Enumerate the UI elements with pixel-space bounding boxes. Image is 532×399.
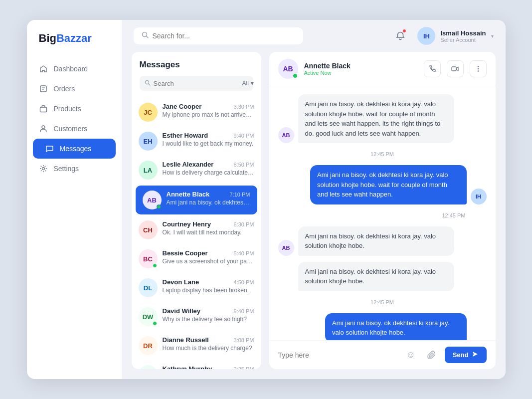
sender-name: Jane Cooper (163, 103, 202, 110)
conversation-item[interactable]: DR Dianne Russell 3:08 PM How much is th… (132, 331, 261, 360)
chat-input-area: ☺ Send (269, 340, 496, 369)
sidebar-item-products[interactable]: Products (27, 99, 122, 119)
body-area: Messages All ▾ (122, 52, 506, 379)
sidebar-label-settings: Settings (54, 165, 79, 173)
video-call-button[interactable] (447, 60, 464, 77)
messages-title: Messages (140, 60, 253, 70)
online-indicator (153, 263, 157, 268)
sender-name: Esther Howard (163, 132, 208, 139)
user-profile[interactable]: IH Ismail Hossain Seller Account ▾ (417, 27, 493, 45)
logo: BigBazzar (27, 32, 122, 59)
message-bubble-incoming: Ami jani na bisoy. ok dekhtesi ki kora j… (298, 226, 455, 256)
notification-button[interactable] (391, 27, 409, 45)
customers-icon (39, 124, 48, 133)
svg-line-9 (149, 84, 150, 85)
chat-message-row: AB Ami jani na bisoy. ok dekhtesi ki kor… (278, 226, 487, 256)
message-avatar: IH (471, 189, 487, 204)
svg-point-12 (477, 68, 478, 69)
conversation-item[interactable]: JC Jane Cooper 3:30 PM My iphone pro max… (132, 98, 261, 127)
conversation-item[interactable]: LA Leslie Alexander 8:50 PM How is deliv… (132, 156, 261, 185)
message-avatar: AB (278, 127, 294, 143)
conversation-item[interactable]: DL Devon Lane 4:50 PM Laptop display has… (132, 273, 261, 302)
messages-search-icon (145, 79, 151, 88)
avatar: CH (139, 220, 158, 239)
send-label: Send (453, 351, 469, 359)
sidebar-item-messages[interactable]: Messages (33, 139, 116, 159)
messages-search-bar[interactable]: All ▾ (140, 76, 253, 91)
message-timestamp: 12:45 PM (278, 151, 487, 157)
chat-contact-status: Active Now (304, 70, 351, 76)
sidebar-nav: Dashboard Orders (27, 59, 122, 367)
settings-icon (39, 164, 48, 173)
message-avatar: AB (278, 240, 294, 256)
search-icon (142, 31, 149, 40)
message-timestamp: 12:45 PM (278, 212, 487, 218)
chevron-down-icon: ▾ (491, 33, 494, 39)
chat-header: AB Annette Black Active Now (269, 52, 496, 86)
conversation-list: JC Jane Cooper 3:30 PM My iphone pro max… (132, 96, 261, 369)
sidebar-item-orders[interactable]: Orders (27, 79, 122, 99)
filter-chevron-icon: ▾ (251, 80, 254, 87)
messages-panel-header: Messages All ▾ (132, 52, 261, 96)
message-timestamp: 12:45 PM (278, 299, 487, 305)
home-icon (39, 64, 48, 73)
send-icon (472, 351, 479, 359)
logo-big: Big (39, 32, 56, 44)
search-input[interactable] (153, 32, 295, 40)
attachment-button[interactable] (424, 347, 440, 363)
sidebar-label-customers: Customers (54, 125, 88, 133)
user-avatar: IH (417, 27, 435, 45)
orders-icon (39, 84, 48, 93)
message-bubble-outgoing: Ami jani na bisoy. ok dekhtesi ki kora j… (310, 165, 467, 204)
conversation-item[interactable]: EH Esther Howard 9:40 PM I would like to… (132, 127, 261, 156)
msg-body: Jane Cooper 3:30 PM My iphone pro max is… (163, 103, 254, 118)
message-bubble-incoming: Ami jani na bisoy. ok dekhtesi ki kora j… (298, 94, 455, 143)
sidebar-item-customers[interactable]: Customers (27, 119, 122, 139)
svg-point-13 (477, 70, 478, 71)
messages-panel: Messages All ▾ (132, 52, 261, 369)
sidebar-item-dashboard[interactable]: Dashboard (27, 59, 122, 79)
sidebar-label-messages: Messages (60, 145, 92, 153)
svg-point-4 (42, 126, 45, 129)
conversation-item[interactable]: KM Kathryn Murphy 2:25 PM Do you deliver… (132, 360, 261, 369)
main-content: IH Ismail Hossain Seller Account ▾ Messa… (122, 20, 506, 379)
conversation-item[interactable]: CH Courtney Henry 6:30 PM Ok. I will wai… (132, 215, 261, 244)
chat-message-row: AB Ami jani na bisoy. ok dekhtesi ki kor… (278, 94, 487, 143)
svg-point-11 (477, 66, 478, 67)
search-bar[interactable] (134, 27, 303, 44)
chat-online-indicator (293, 73, 298, 78)
messages-search-input[interactable] (154, 80, 237, 87)
chat-message-row: IH Ami jani na bisoy. ok dekhtesi ki kor… (278, 313, 487, 341)
chat-messages: AB Ami jani na bisoy. ok dekhtesi ki kor… (269, 86, 496, 340)
more-options-button[interactable] (470, 60, 487, 77)
messages-icon (45, 144, 54, 153)
avatar: DL (139, 278, 158, 297)
header: IH Ismail Hossain Seller Account ▾ (122, 20, 506, 52)
svg-rect-0 (40, 86, 46, 92)
user-name: Ismail Hossain (440, 29, 486, 37)
voice-call-button[interactable] (424, 60, 441, 77)
avatar: JC (139, 103, 158, 122)
conversation-item[interactable]: DW David Willey 9:40 PM Why is the deliv… (132, 302, 261, 331)
conversation-item-active[interactable]: AB Annette Black 7:10 PM Ami jani na bis… (136, 186, 257, 214)
message-bubble-outgoing: Ami jani na bisoy. ok dekhtesi ki kora j… (325, 313, 467, 341)
user-text: Ismail Hossain Seller Account (440, 29, 486, 43)
sidebar-item-settings[interactable]: Settings (27, 159, 122, 179)
chat-input[interactable] (278, 351, 398, 359)
sidebar-label-products: Products (54, 105, 81, 113)
header-right: IH Ismail Hossain Seller Account ▾ (391, 27, 493, 45)
sidebar-label-orders: Orders (54, 85, 75, 93)
avatar: KM (139, 365, 158, 369)
svg-line-7 (146, 36, 148, 38)
chat-panel: AB Annette Black Active Now (269, 52, 496, 369)
logo-bazzar: Bazzar (56, 32, 92, 44)
msg-preview: My iphone pro max is not arrived yet. (163, 111, 254, 118)
svg-point-8 (145, 81, 149, 84)
filter-label: All (242, 80, 249, 87)
conversation-item[interactable]: BC Bessie Cooper 5:40 PM Give us a scree… (132, 244, 261, 273)
chat-actions (424, 60, 487, 77)
send-button[interactable]: Send (445, 347, 487, 363)
avatar: EH (139, 132, 158, 151)
emoji-button[interactable]: ☺ (403, 347, 419, 363)
filter-button[interactable]: All ▾ (242, 80, 254, 87)
